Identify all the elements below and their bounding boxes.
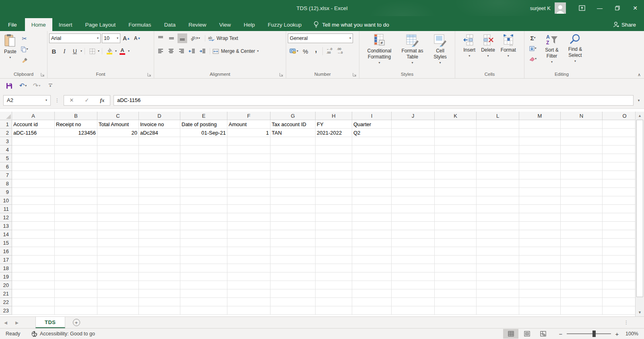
cell-B16[interactable] [55,247,97,256]
decrease-indent-button[interactable] [187,46,197,56]
cell-B10[interactable] [55,196,97,205]
cell-A11[interactable] [12,205,55,213]
cell-O20[interactable] [603,281,635,289]
cell-M14[interactable] [519,230,561,239]
cell-I10[interactable] [352,196,392,205]
sheet-tab-tds[interactable]: TDS [35,317,65,328]
cell-H10[interactable] [316,196,352,205]
cell-B11[interactable] [55,205,97,213]
cell-G10[interactable] [270,196,316,205]
cell-G2[interactable]: TAN [270,129,316,137]
cell-L9[interactable] [477,188,519,196]
cell-K7[interactable] [435,171,477,179]
orientation-button[interactable]: ab ▾ [188,33,202,43]
align-left-button[interactable] [156,46,165,56]
alignment-dialog-launcher[interactable] [279,73,283,77]
cell-J9[interactable] [392,188,435,196]
scroll-down-arrow[interactable]: ▼ [636,308,644,316]
cell-B22[interactable] [55,298,97,306]
cell-F14[interactable] [227,230,270,239]
cell-G16[interactable] [270,247,316,256]
cell-D19[interactable] [139,272,180,281]
cell-O9[interactable] [603,188,635,196]
cell-F2[interactable]: 1 [227,129,270,137]
cell-I16[interactable] [352,247,392,256]
column-header-A[interactable]: A [12,112,55,120]
cell-B20[interactable] [55,281,97,289]
cell-C23[interactable] [97,306,139,315]
account-user-name[interactable]: surjeet K [530,5,551,11]
cell-J22[interactable] [392,298,435,306]
cell-O7[interactable] [603,171,635,179]
cell-B4[interactable] [55,146,97,154]
cell-O21[interactable] [603,289,635,298]
cell-N23[interactable] [561,306,603,315]
cell-G23[interactable] [270,306,316,315]
normal-view-button[interactable] [503,329,518,339]
cell-L2[interactable] [477,129,519,137]
cell-G7[interactable] [270,171,316,179]
cell-J14[interactable] [392,230,435,239]
cell-E2[interactable]: 01-Sep-21 [180,129,227,137]
row-header-15[interactable]: 15 [0,239,12,247]
cell-H20[interactable] [316,281,352,289]
ribbon-tab-formulas[interactable]: Formulas [122,18,157,31]
row-header-22[interactable]: 22 [0,298,12,306]
cell-J16[interactable] [392,247,435,256]
cell-K12[interactable] [435,213,477,222]
cell-J23[interactable] [392,306,435,315]
insert-function-button[interactable]: fx [95,96,110,105]
cell-M13[interactable] [519,222,561,230]
cell-C6[interactable] [97,162,139,171]
cell-A2[interactable]: aDC-1156 [12,129,55,137]
page-layout-view-button[interactable] [519,329,535,339]
cell-K16[interactable] [435,247,477,256]
cell-D5[interactable] [139,154,180,162]
cell-M18[interactable] [519,264,561,272]
cell-styles-button[interactable]: Cell Styles ▾ [428,32,453,65]
cell-H17[interactable] [316,256,352,264]
wrap-text-button[interactable]: ab Wrap Text [208,33,244,43]
cell-L20[interactable] [477,281,519,289]
top-align-button[interactable] [156,33,165,43]
find-select-button[interactable]: Find & Select ▾ [564,32,586,64]
cell-G9[interactable] [270,188,316,196]
scroll-thumb[interactable] [636,120,643,297]
cell-N20[interactable] [561,281,603,289]
cell-H7[interactable] [316,171,352,179]
ribbon-display-options-button[interactable] [573,0,591,16]
cell-J11[interactable] [392,205,435,213]
cell-M15[interactable] [519,239,561,247]
cell-B14[interactable] [55,230,97,239]
cell-J10[interactable] [392,196,435,205]
sort-filter-button[interactable]: A Z Sort & Filter ▾ [541,32,563,64]
row-header-23[interactable]: 23 [0,306,12,315]
cell-E4[interactable] [180,146,227,154]
cancel-entry-button[interactable]: ✕ [64,96,79,105]
number-format-select[interactable]: General ▾ [288,33,353,43]
cell-M9[interactable] [519,188,561,196]
close-button[interactable]: ✕ [626,0,644,16]
cell-D20[interactable] [139,281,180,289]
cell-B15[interactable] [55,239,97,247]
cell-F21[interactable] [227,289,270,298]
cell-E8[interactable] [180,179,227,188]
share-button[interactable]: Share [613,18,644,31]
cell-A7[interactable] [12,171,55,179]
cell-C5[interactable] [97,154,139,162]
cell-F13[interactable] [227,222,270,230]
cell-O22[interactable] [603,298,635,306]
row-header-18[interactable]: 18 [0,264,12,272]
cell-E17[interactable] [180,256,227,264]
cell-C8[interactable] [97,179,139,188]
cell-A3[interactable] [12,137,55,146]
cell-N10[interactable] [561,196,603,205]
cell-N21[interactable] [561,289,603,298]
cell-H23[interactable] [316,306,352,315]
confirm-entry-button[interactable]: ✓ [79,96,95,105]
bottom-align-button[interactable] [178,33,187,43]
row-header-12[interactable]: 12 [0,213,12,222]
cell-I5[interactable] [352,154,392,162]
cell-G15[interactable] [270,239,316,247]
cell-E15[interactable] [180,239,227,247]
